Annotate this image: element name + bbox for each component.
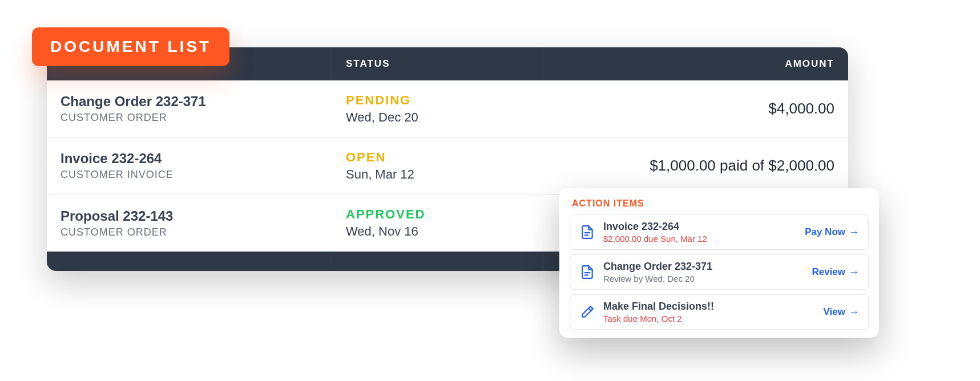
table-row[interactable]: Invoice 232-264CUSTOMER INVOICEOPENSun, …: [47, 137, 848, 194]
action-item-link[interactable]: View→: [824, 306, 859, 318]
status-badge: APPROVED: [346, 207, 543, 222]
doc-subtitle: CUSTOMER ORDER: [61, 226, 332, 238]
action-item-text: Invoice 232-264$2,000.00 due Sun, Mar 12: [603, 221, 797, 244]
action-item-link-label: View: [824, 306, 845, 318]
arrow-right-icon: →: [849, 267, 859, 277]
doc-title: Change Order 232-371: [61, 94, 332, 110]
status-date: Wed, Nov 16: [346, 224, 543, 239]
action-item[interactable]: Make Final Decisions!!Task due Mon, Oct …: [570, 294, 869, 330]
doc-cell: Proposal 232-143CUSTOMER ORDER: [47, 208, 332, 238]
action-item-link[interactable]: Pay Now→: [805, 226, 859, 238]
amount-cell: $4,000.00: [543, 100, 848, 117]
amount-cell: $1,000.00 paid of $2,000.00: [543, 157, 848, 175]
amount-value: $1,000.00 paid of $2,000.00: [650, 157, 834, 174]
action-item-title: Make Final Decisions!!: [603, 301, 816, 313]
action-item-subtitle: Task due Mon, Oct 2: [603, 314, 816, 323]
document-icon: [579, 224, 595, 240]
table-header-status: STATUS: [332, 47, 543, 80]
action-item-subtitle: $2,000.00 due Sun, Mar 12: [603, 234, 797, 244]
action-item-title: Change Order 232-371: [603, 261, 804, 273]
action-items-title: ACTION ITEMS: [570, 198, 869, 209]
table-header-amount: AMOUNT: [543, 58, 848, 70]
status-cell: PENDINGWed, Dec 20: [332, 93, 543, 125]
status-badge: PENDING: [346, 93, 543, 108]
arrow-right-icon: →: [849, 227, 859, 237]
status-date: Sun, Mar 12: [346, 167, 543, 182]
status-cell: APPROVEDWed, Nov 16: [332, 207, 543, 239]
action-item-title: Invoice 232-264: [603, 221, 797, 233]
status-badge: OPEN: [346, 150, 543, 165]
action-item-subtitle: Review by Wed, Dec 20: [603, 274, 804, 283]
action-items-card: ACTION ITEMS Invoice 232-264$2,000.00 du…: [559, 188, 879, 338]
action-item[interactable]: Change Order 232-371Review by Wed, Dec 2…: [570, 254, 869, 290]
arrow-right-icon: →: [849, 307, 859, 317]
document-list-badge: DOCUMENT LIST: [32, 27, 229, 66]
doc-title: Invoice 232-264: [61, 151, 332, 167]
doc-subtitle: CUSTOMER ORDER: [61, 112, 332, 124]
action-item-text: Make Final Decisions!!Task due Mon, Oct …: [603, 301, 816, 323]
action-item-text: Change Order 232-371Review by Wed, Dec 2…: [603, 261, 804, 283]
action-item[interactable]: Invoice 232-264$2,000.00 due Sun, Mar 12…: [570, 214, 869, 250]
action-item-link-label: Pay Now: [805, 226, 845, 238]
amount-value: $4,000.00: [768, 100, 834, 117]
table-row[interactable]: Change Order 232-371CUSTOMER ORDERPENDIN…: [47, 80, 848, 137]
status-cell: OPENSun, Mar 12: [332, 150, 543, 182]
doc-cell: Invoice 232-264CUSTOMER INVOICE: [47, 151, 332, 181]
status-date: Wed, Dec 20: [346, 110, 543, 125]
document-icon: [579, 264, 595, 280]
doc-title: Proposal 232-143: [61, 208, 332, 224]
action-item-link[interactable]: Review→: [812, 266, 859, 278]
doc-cell: Change Order 232-371CUSTOMER ORDER: [47, 94, 332, 124]
hammer-icon: [579, 304, 595, 320]
doc-subtitle: CUSTOMER INVOICE: [61, 169, 332, 181]
action-item-link-label: Review: [812, 266, 845, 278]
